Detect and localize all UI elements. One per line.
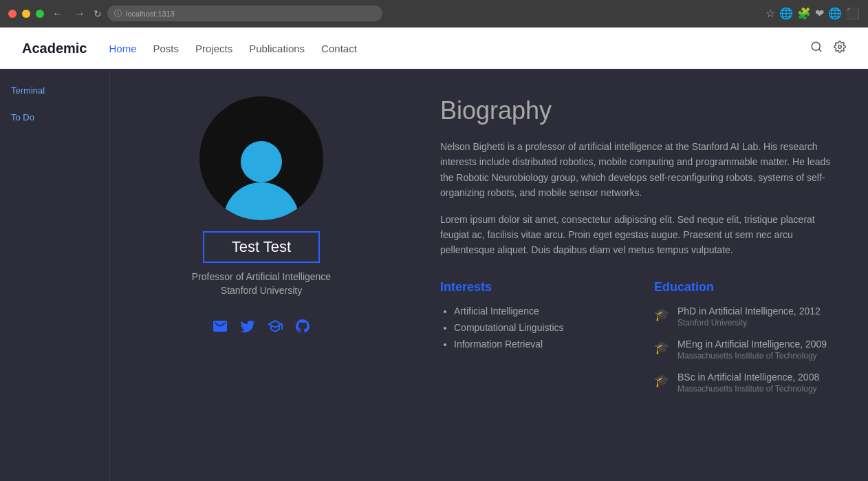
edu-school: Stanford University	[677, 318, 821, 328]
site-nav: Home Posts Projects Publications Contact	[109, 43, 357, 54]
site-header-icons	[810, 41, 846, 56]
edu-item-3: 🎓 BSc in Artificial Intelligence, 2008 M…	[654, 372, 835, 394]
twitter-icon[interactable]	[239, 318, 256, 339]
browser-min-btn[interactable]	[22, 10, 30, 18]
bookmark-icon[interactable]: ☆	[766, 7, 775, 20]
bio-title: Biography	[440, 96, 835, 125]
browser-forward-btn[interactable]: →	[72, 8, 88, 20]
main-wrapper: Terminal To Do Test Test Professor of Ar…	[0, 69, 868, 481]
extension-icon-1[interactable]: 🌐	[779, 7, 793, 20]
browser-reload-btn[interactable]: ↻	[94, 8, 102, 19]
nav-home[interactable]: Home	[109, 43, 137, 54]
site-brand[interactable]: Academic	[22, 41, 87, 56]
avatar-body	[224, 182, 299, 220]
extension-icon-3[interactable]: ❤	[815, 7, 824, 20]
svg-point-2	[838, 45, 842, 48]
edu-degree: PhD in Artificial Intelligence, 2012	[677, 306, 821, 317]
interest-item: Artificial Intelligence	[454, 306, 621, 317]
nav-contact[interactable]: Contact	[321, 43, 357, 54]
extension-icon-5[interactable]: ⬛	[846, 7, 860, 20]
search-icon[interactable]	[810, 41, 823, 56]
edu-school: Massachusetts Institute of Technology	[677, 384, 819, 394]
nav-publications[interactable]: Publications	[249, 43, 305, 54]
content-area: Test Test Professor of Artificial Intell…	[110, 69, 868, 481]
google-scholar-icon[interactable]	[267, 318, 283, 339]
sidebar: Terminal To Do	[0, 69, 110, 481]
nav-posts[interactable]: Posts	[153, 43, 180, 54]
bio-paragraph-1: Nelson Bighetti is a professor of artifi…	[440, 139, 835, 201]
sidebar-item-todo[interactable]: To Do	[11, 112, 98, 122]
profile-section: Test Test Professor of Artificial Intell…	[110, 69, 413, 481]
avatar	[199, 96, 323, 220]
browser-back-btn[interactable]: ←	[50, 8, 66, 20]
svg-line-1	[818, 49, 821, 51]
security-icon: ⓘ	[114, 8, 122, 19]
avatar-figure	[224, 141, 299, 220]
browser-chrome: ← → ↻ ⓘ localhost:1313 ☆ 🌐 🧩 ❤ 🌐 ⬛	[0, 0, 868, 28]
profile-name: Test Test	[232, 238, 291, 256]
edu-school: Massachusetts Institute of Technology	[677, 351, 827, 361]
interests-title: Interests	[440, 280, 621, 295]
settings-icon[interactable]	[834, 41, 846, 56]
avatar-head	[241, 141, 282, 182]
nav-projects[interactable]: Projects	[195, 43, 232, 54]
grad-cap-icon: 🎓	[654, 307, 669, 322]
edu-item-2: 🎓 MEng in Artificial Intelligence, 2009 …	[654, 339, 835, 361]
edu-degree: MEng in Artificial Intelligence, 2009	[677, 339, 827, 350]
edu-item-1: 🎓 PhD in Artificial Intelligence, 2012 S…	[654, 306, 835, 328]
profile-university: Stanford University	[221, 285, 302, 296]
edu-degree: BSc in Artificial Intelligence, 2008	[677, 372, 819, 383]
interest-item: Computational Linguistics	[454, 322, 621, 333]
social-icons	[212, 318, 311, 339]
interest-item: Information Retrieval	[454, 339, 621, 350]
education-column: Education 🎓 PhD in Artificial Intelligen…	[654, 280, 835, 405]
github-icon[interactable]	[294, 318, 311, 339]
bio-section: Biography Nelson Bighetti is a professor…	[413, 69, 868, 481]
site-header: Academic Home Posts Projects Publication…	[0, 28, 868, 69]
profile-title: Professor of Artificial Intelligence	[192, 271, 331, 282]
extension-icon-4[interactable]: 🌐	[828, 7, 842, 20]
profile-name-box: Test Test	[203, 231, 320, 263]
sidebar-item-terminal[interactable]: Terminal	[11, 85, 98, 96]
bio-columns: Interests Artificial Intelligence Comput…	[440, 280, 835, 405]
education-title: Education	[654, 280, 835, 295]
grad-cap-icon: 🎓	[654, 340, 669, 355]
bio-paragraph-2: Lorem ipsum dolor sit amet, consectetur …	[440, 212, 835, 258]
browser-close-btn[interactable]	[8, 10, 17, 18]
grad-cap-icon: 🎓	[654, 373, 669, 388]
browser-toolbar: ☆ 🌐 🧩 ❤ 🌐 ⬛	[766, 7, 860, 20]
browser-max-btn[interactable]	[36, 10, 44, 18]
address-bar[interactable]: ⓘ localhost:1313	[107, 6, 382, 21]
url-display: localhost:1313	[126, 10, 175, 18]
extension-icon-2[interactable]: 🧩	[797, 7, 811, 20]
interests-list: Artificial Intelligence Computational Li…	[440, 306, 621, 350]
interests-column: Interests Artificial Intelligence Comput…	[440, 280, 621, 405]
email-icon[interactable]	[212, 318, 228, 339]
